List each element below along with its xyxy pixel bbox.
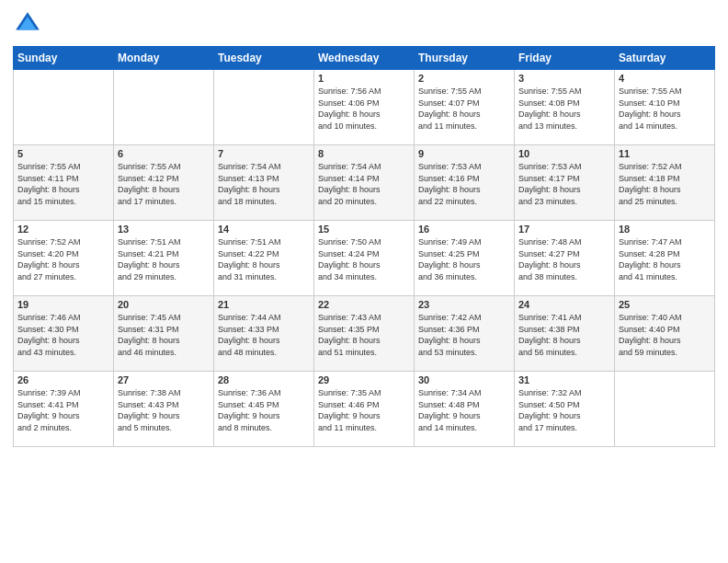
calendar-cell: 3Sunrise: 7:55 AM Sunset: 4:08 PM Daylig…	[515, 70, 615, 145]
calendar-week-4: 26Sunrise: 7:39 AM Sunset: 4:41 PM Dayli…	[14, 372, 715, 447]
calendar-header-row: SundayMondayTuesdayWednesdayThursdayFrid…	[14, 47, 715, 70]
day-number: 2	[418, 73, 510, 84]
calendar-cell: 21Sunrise: 7:44 AM Sunset: 4:33 PM Dayli…	[214, 296, 314, 372]
day-number: 28	[218, 374, 310, 385]
day-number: 3	[518, 73, 610, 84]
calendar-cell	[615, 372, 715, 447]
calendar-cell	[114, 70, 214, 145]
day-number: 23	[418, 299, 510, 310]
calendar-week-0: 1Sunrise: 7:56 AM Sunset: 4:06 PM Daylig…	[14, 70, 715, 145]
calendar-header-sunday: Sunday	[14, 47, 114, 70]
calendar-cell: 31Sunrise: 7:32 AM Sunset: 4:50 PM Dayli…	[515, 372, 615, 447]
day-number: 30	[418, 374, 510, 385]
day-number: 1	[318, 73, 410, 84]
day-number: 13	[118, 224, 210, 235]
day-number: 7	[218, 148, 310, 159]
day-info: Sunrise: 7:54 AM Sunset: 4:14 PM Dayligh…	[318, 161, 410, 207]
calendar-week-2: 12Sunrise: 7:52 AM Sunset: 4:20 PM Dayli…	[14, 221, 715, 296]
calendar-header-wednesday: Wednesday	[314, 47, 415, 70]
calendar-cell: 14Sunrise: 7:51 AM Sunset: 4:22 PM Dayli…	[214, 221, 314, 296]
day-number: 14	[218, 224, 310, 235]
calendar-header-saturday: Saturday	[615, 47, 715, 70]
calendar-cell: 12Sunrise: 7:52 AM Sunset: 4:20 PM Dayli…	[14, 221, 114, 296]
day-info: Sunrise: 7:55 AM Sunset: 4:11 PM Dayligh…	[17, 161, 109, 207]
day-info: Sunrise: 7:55 AM Sunset: 4:07 PM Dayligh…	[418, 86, 510, 132]
calendar-cell: 28Sunrise: 7:36 AM Sunset: 4:45 PM Dayli…	[214, 372, 314, 447]
day-number: 5	[17, 148, 109, 159]
day-info: Sunrise: 7:50 AM Sunset: 4:24 PM Dayligh…	[318, 236, 410, 282]
page: SundayMondayTuesdayWednesdayThursdayFrid…	[0, 0, 728, 563]
day-info: Sunrise: 7:40 AM Sunset: 4:40 PM Dayligh…	[619, 312, 711, 358]
calendar-cell: 13Sunrise: 7:51 AM Sunset: 4:21 PM Dayli…	[114, 221, 214, 296]
calendar-cell: 27Sunrise: 7:38 AM Sunset: 4:43 PM Dayli…	[114, 372, 214, 447]
day-number: 6	[118, 148, 210, 159]
day-info: Sunrise: 7:43 AM Sunset: 4:35 PM Dayligh…	[318, 312, 410, 358]
calendar-cell: 4Sunrise: 7:55 AM Sunset: 4:10 PM Daylig…	[615, 70, 715, 145]
calendar-cell: 2Sunrise: 7:55 AM Sunset: 4:07 PM Daylig…	[415, 70, 515, 145]
day-info: Sunrise: 7:52 AM Sunset: 4:20 PM Dayligh…	[17, 236, 109, 282]
day-number: 22	[318, 299, 410, 310]
day-info: Sunrise: 7:46 AM Sunset: 4:30 PM Dayligh…	[17, 312, 109, 358]
calendar-header-friday: Friday	[515, 47, 615, 70]
calendar-cell: 25Sunrise: 7:40 AM Sunset: 4:40 PM Dayli…	[615, 296, 715, 372]
day-number: 31	[518, 374, 610, 385]
calendar-week-1: 5Sunrise: 7:55 AM Sunset: 4:11 PM Daylig…	[14, 145, 715, 221]
day-number: 18	[619, 224, 711, 235]
calendar-cell: 20Sunrise: 7:45 AM Sunset: 4:31 PM Dayli…	[114, 296, 214, 372]
calendar-cell	[214, 70, 314, 145]
calendar-cell: 5Sunrise: 7:55 AM Sunset: 4:11 PM Daylig…	[14, 145, 114, 221]
day-number: 24	[518, 299, 610, 310]
day-number: 21	[218, 299, 310, 310]
day-info: Sunrise: 7:48 AM Sunset: 4:27 PM Dayligh…	[518, 236, 610, 282]
day-info: Sunrise: 7:56 AM Sunset: 4:06 PM Dayligh…	[318, 86, 410, 132]
day-info: Sunrise: 7:38 AM Sunset: 4:43 PM Dayligh…	[118, 387, 210, 433]
day-info: Sunrise: 7:42 AM Sunset: 4:36 PM Dayligh…	[418, 312, 510, 358]
calendar-cell: 11Sunrise: 7:52 AM Sunset: 4:18 PM Dayli…	[615, 145, 715, 221]
calendar-cell: 7Sunrise: 7:54 AM Sunset: 4:13 PM Daylig…	[214, 145, 314, 221]
day-info: Sunrise: 7:51 AM Sunset: 4:21 PM Dayligh…	[118, 236, 210, 282]
day-info: Sunrise: 7:55 AM Sunset: 4:12 PM Dayligh…	[118, 161, 210, 207]
day-info: Sunrise: 7:55 AM Sunset: 4:10 PM Dayligh…	[619, 86, 711, 132]
day-info: Sunrise: 7:53 AM Sunset: 4:16 PM Dayligh…	[418, 161, 510, 207]
day-info: Sunrise: 7:41 AM Sunset: 4:38 PM Dayligh…	[518, 312, 610, 358]
logo-icon	[13, 9, 42, 39]
day-number: 12	[17, 224, 109, 235]
day-info: Sunrise: 7:47 AM Sunset: 4:28 PM Dayligh…	[619, 236, 711, 282]
calendar-header-thursday: Thursday	[415, 47, 515, 70]
day-number: 10	[518, 148, 610, 159]
day-info: Sunrise: 7:36 AM Sunset: 4:45 PM Dayligh…	[218, 387, 310, 433]
day-number: 19	[17, 299, 109, 310]
day-number: 16	[418, 224, 510, 235]
day-number: 17	[518, 224, 610, 235]
day-number: 25	[619, 299, 711, 310]
calendar-cell: 15Sunrise: 7:50 AM Sunset: 4:24 PM Dayli…	[314, 221, 415, 296]
day-number: 20	[118, 299, 210, 310]
calendar-cell	[14, 70, 114, 145]
calendar-cell: 1Sunrise: 7:56 AM Sunset: 4:06 PM Daylig…	[314, 70, 415, 145]
calendar-cell: 23Sunrise: 7:42 AM Sunset: 4:36 PM Dayli…	[415, 296, 515, 372]
day-info: Sunrise: 7:55 AM Sunset: 4:08 PM Dayligh…	[518, 86, 610, 132]
day-info: Sunrise: 7:45 AM Sunset: 4:31 PM Dayligh…	[118, 312, 210, 358]
day-number: 9	[418, 148, 510, 159]
calendar-cell: 22Sunrise: 7:43 AM Sunset: 4:35 PM Dayli…	[314, 296, 415, 372]
day-info: Sunrise: 7:54 AM Sunset: 4:13 PM Dayligh…	[218, 161, 310, 207]
day-number: 26	[17, 374, 109, 385]
day-number: 4	[619, 73, 711, 84]
calendar-week-3: 19Sunrise: 7:46 AM Sunset: 4:30 PM Dayli…	[14, 296, 715, 372]
calendar-cell: 30Sunrise: 7:34 AM Sunset: 4:48 PM Dayli…	[415, 372, 515, 447]
day-number: 8	[318, 148, 410, 159]
calendar-cell: 6Sunrise: 7:55 AM Sunset: 4:12 PM Daylig…	[114, 145, 214, 221]
calendar-cell: 16Sunrise: 7:49 AM Sunset: 4:25 PM Dayli…	[415, 221, 515, 296]
day-number: 15	[318, 224, 410, 235]
day-info: Sunrise: 7:52 AM Sunset: 4:18 PM Dayligh…	[619, 161, 711, 207]
day-info: Sunrise: 7:35 AM Sunset: 4:46 PM Dayligh…	[318, 387, 410, 433]
calendar-cell: 19Sunrise: 7:46 AM Sunset: 4:30 PM Dayli…	[14, 296, 114, 372]
day-info: Sunrise: 7:39 AM Sunset: 4:41 PM Dayligh…	[17, 387, 109, 433]
calendar-cell: 18Sunrise: 7:47 AM Sunset: 4:28 PM Dayli…	[615, 221, 715, 296]
calendar: SundayMondayTuesdayWednesdayThursdayFrid…	[13, 46, 715, 447]
day-number: 11	[619, 148, 711, 159]
calendar-cell: 17Sunrise: 7:48 AM Sunset: 4:27 PM Dayli…	[515, 221, 615, 296]
calendar-header-monday: Monday	[114, 47, 214, 70]
calendar-header-tuesday: Tuesday	[214, 47, 314, 70]
calendar-cell: 9Sunrise: 7:53 AM Sunset: 4:16 PM Daylig…	[415, 145, 515, 221]
